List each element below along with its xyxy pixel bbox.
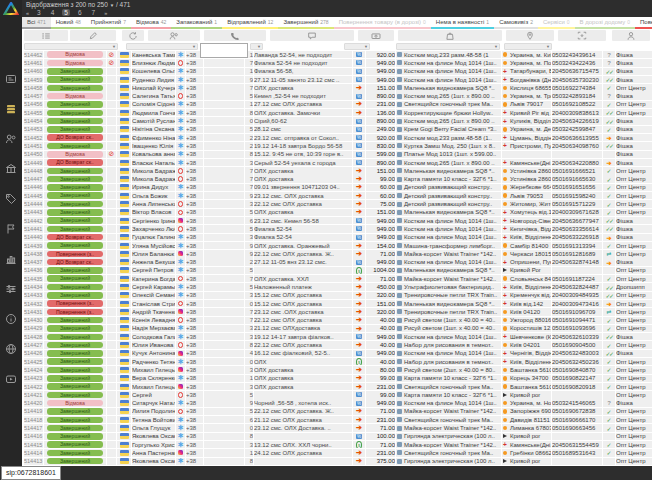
column-product[interactable] bbox=[398, 30, 502, 41]
column-phone[interactable] bbox=[204, 30, 266, 41]
order-row[interactable]: 514455 Завершений Людмила Гончарова +38 … bbox=[22, 109, 652, 117]
pagination-summary[interactable]: Відображення з 200 по 250 ▼ / 471 bbox=[26, 1, 130, 8]
status-tab[interactable]: Сервіси0 bbox=[538, 17, 575, 29]
page-button[interactable]: 5 bbox=[62, 9, 70, 16]
column-payment[interactable] bbox=[358, 30, 394, 41]
order-row[interactable]: 514435 Завершений Катерина Богданова +38… bbox=[22, 275, 652, 283]
order-row[interactable]: 514446 Завершений Ирина Дидух +38 7 09.0… bbox=[22, 184, 652, 192]
order-row[interactable]: 514462 Відмова Каневська Тамара .. +38 1… bbox=[22, 51, 652, 59]
status-tab[interactable]: Завершений278 bbox=[278, 17, 333, 29]
settings-icon[interactable] bbox=[5, 283, 17, 295]
order-row[interactable]: 514441 Завершений Захарченко Люба +38 5 … bbox=[22, 225, 652, 233]
delivery-filter[interactable]: ▼ bbox=[504, 43, 552, 50]
phone-filter-input[interactable] bbox=[200, 43, 248, 58]
page-button[interactable]: 3 bbox=[35, 9, 43, 16]
order-row[interactable]: 514430 Завершений Ксенія Левадняя +38 7 … bbox=[22, 317, 652, 325]
stats-icon[interactable] bbox=[5, 253, 17, 265]
order-row[interactable]: 514460 Завершений Кошелева Ольга Ар.. +3… bbox=[22, 68, 652, 76]
status-tab[interactable]: В дорозі додому0 bbox=[575, 17, 635, 29]
status-tab[interactable]: Всі471 bbox=[22, 17, 51, 29]
order-row[interactable]: 514442 Завершений Сергіенко Ірина Ми.. +… bbox=[22, 217, 652, 225]
payment-filter[interactable]: ▼ bbox=[344, 43, 370, 50]
globe-icon[interactable] bbox=[5, 343, 17, 355]
page-button[interactable]: 6 bbox=[76, 9, 84, 16]
order-row[interactable]: 514426 Завершений Кучук Антонина +38 4 1… bbox=[22, 350, 652, 358]
order-row[interactable]: 514448 Завершений Микола Бадражан +38 7 … bbox=[22, 167, 652, 175]
order-row[interactable]: 514449 ДО Возврат ск.. Власюк Наталья +3… bbox=[22, 159, 652, 167]
order-row[interactable]: 514459 Завершений Руденко Лидия Пав.. +3… bbox=[22, 76, 652, 84]
column-delivery[interactable] bbox=[506, 30, 554, 41]
order-row[interactable]: 514445 Завершений Ольга Божик +38 9 23.1… bbox=[22, 192, 652, 200]
order-row[interactable]: 514458 Завершений Николай Кучеренко +38 … bbox=[22, 84, 652, 92]
order-row[interactable]: 514440 ДО Возврат ск.. Гуцалюк Галина +3… bbox=[22, 234, 652, 242]
order-row[interactable]: 514444 Завершений Анна Липенська +38 3 2… bbox=[22, 200, 652, 208]
page-button[interactable]: 7 bbox=[90, 9, 98, 16]
order-row[interactable]: 514421 Завершений Сергей +38 5 99.00 Кар… bbox=[22, 391, 652, 399]
last-page-button[interactable]: » bbox=[104, 10, 106, 16]
status-tab[interactable]: Прийнятий7 bbox=[86, 17, 131, 29]
order-row[interactable]: 514461 Відмова Близнюк Людмила .. +38 7 … bbox=[22, 59, 652, 67]
order-row[interactable]: 514456 Завершений Соломія Сідоніна +38 1… bbox=[22, 101, 652, 109]
order-row[interactable]: 514422 Завершений Михаил Гилецький +38 3… bbox=[22, 383, 652, 391]
order-row[interactable]: 514457 Відмова Салегина Татьяна С.. +38 … bbox=[22, 92, 652, 100]
info-icon[interactable] bbox=[5, 313, 17, 325]
status-tab[interactable]: Новий48 bbox=[51, 17, 86, 29]
status-tab[interactable]: Самовивіз2 bbox=[494, 17, 538, 29]
products-icon[interactable] bbox=[5, 193, 17, 205]
order-row[interactable]: 514425 Завершений Радченко Тетяна +38 0 … bbox=[22, 358, 652, 366]
status-tab[interactable]: Запакований1 bbox=[171, 17, 222, 29]
order-row[interactable]: 514424 Завершений Михаил Гилецький +38 3… bbox=[22, 366, 652, 374]
order-row[interactable]: 514420 Відмова Ситарчук Наталія Гр.. +38… bbox=[22, 399, 652, 407]
order-row[interactable]: 514437 ДО Возврат ск.. Анжела Безушку +3… bbox=[22, 258, 652, 266]
orders-icon[interactable] bbox=[5, 103, 17, 115]
order-row[interactable]: 514439 Завершений Уляна Мусійовська +38 … bbox=[22, 242, 652, 250]
order-row[interactable]: 514419 Завершений Лилия Подолинская +38 … bbox=[22, 408, 652, 416]
column-comment[interactable] bbox=[270, 30, 354, 41]
status-tab[interactable]: Повернення4 bbox=[635, 17, 652, 29]
order-row[interactable]: 514438 Повернення (з.. Юлия Баланюк +38 … bbox=[22, 250, 652, 258]
order-row[interactable]: 514416 Завершений Яковлева Оксана +38 8 … bbox=[22, 433, 652, 441]
page-button[interactable]: 4 bbox=[49, 9, 57, 16]
column-order-id[interactable] bbox=[24, 30, 68, 41]
client-filter[interactable]: ▼ bbox=[126, 43, 198, 50]
order-row[interactable]: 514443 Завершений Віктор Власов +38 5 ОЛ… bbox=[22, 209, 652, 217]
order-row[interactable]: 514414 Завершений Анна Пастернак +38 1 2… bbox=[22, 449, 652, 457]
order-row[interactable]: 514436 Завершений Сергей Петров +38 5 10… bbox=[22, 267, 652, 275]
order-row[interactable]: 514429 Завершений Надія Мерзаєва +38 3 2… bbox=[22, 325, 652, 333]
count-filter[interactable]: ▼ bbox=[250, 43, 263, 50]
column-refresh[interactable] bbox=[122, 30, 144, 41]
clients-icon[interactable] bbox=[5, 133, 17, 145]
column-status[interactable] bbox=[70, 30, 116, 41]
column-tracking[interactable] bbox=[558, 30, 606, 41]
order-row[interactable]: 514433 Завершений Олексій Семанін +38 3 … bbox=[22, 292, 652, 300]
order-row[interactable]: 514413 Завершений Яковлева Оксана +38 8 … bbox=[22, 458, 652, 466]
order-row[interactable]: 514418 Завершений Тетяна Войтович +38 6 … bbox=[22, 416, 652, 424]
order-row[interactable]: 514452 ДО Возврат ск.. Єфименко Ніна +38… bbox=[22, 134, 652, 142]
status-tab[interactable]: Відправлений12 bbox=[222, 17, 278, 29]
order-row[interactable]: 514434 Завершений Сергей Карамышев +38 5… bbox=[22, 283, 652, 291]
status-tab[interactable]: Нема в наявності1 bbox=[431, 17, 494, 29]
status-filter[interactable]: ▼ bbox=[24, 43, 118, 50]
order-row[interactable]: 514454 Завершений Самотій Руслана Во.. +… bbox=[22, 117, 652, 125]
order-row[interactable]: 514447 Завершений Микола Бадражан +38 7 … bbox=[22, 175, 652, 183]
column-manager[interactable] bbox=[612, 30, 650, 41]
status-tab[interactable]: Відмова42 bbox=[131, 17, 171, 29]
order-row[interactable]: 514432 Повернення (з.. Станіслав Стрижак… bbox=[22, 300, 652, 308]
order-row[interactable]: 514453 Завершений Нікітіна Оксана Дми.. … bbox=[22, 126, 652, 134]
dashboard-icon[interactable] bbox=[5, 73, 17, 85]
status-tab[interactable]: Повернення товару (в дорозі)0 bbox=[334, 17, 431, 29]
order-row[interactable]: 514428 Завершений Солодкова Галина В.. +… bbox=[22, 333, 652, 341]
product-filter[interactable]: ▼ bbox=[396, 43, 500, 50]
order-row[interactable]: 514415 Завершений Горгулько Христина.. +… bbox=[22, 441, 652, 449]
column-client[interactable] bbox=[148, 30, 200, 41]
order-row[interactable]: 514450 Відмова Ковальова анна +38 8 15.1… bbox=[22, 151, 652, 159]
order-row[interactable]: 514423 Завершений Вера Скляренко +38 1 О… bbox=[22, 375, 652, 383]
order-row[interactable]: 514431 Повернення (з.. Андрій Ткаченко +… bbox=[22, 308, 652, 316]
order-row[interactable]: 514427 Завершений Юлия Иванова +38 8 22.… bbox=[22, 341, 652, 349]
order-row[interactable]: 514417 Завершений Ольга Глущук +38 0 23.… bbox=[22, 424, 652, 432]
order-row[interactable]: 514451 Завершений Іващенко Юлія +38 2 19… bbox=[22, 142, 652, 150]
company-icon[interactable] bbox=[5, 163, 17, 175]
first-page-button[interactable]: « bbox=[26, 10, 28, 16]
video-icon[interactable] bbox=[5, 373, 17, 385]
marketing-icon[interactable] bbox=[5, 223, 17, 235]
